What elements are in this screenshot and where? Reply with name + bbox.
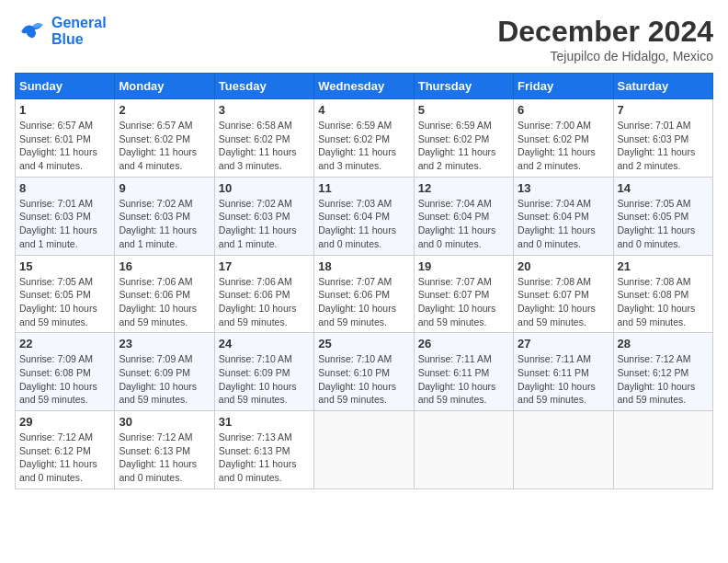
- day-info: Sunrise: 7:03 AM Sunset: 6:04 PM Dayligh…: [318, 197, 409, 251]
- table-row: 24 Sunrise: 7:10 AM Sunset: 6:09 PM Dayl…: [214, 333, 313, 411]
- table-row: 28 Sunrise: 7:12 AM Sunset: 6:12 PM Dayl…: [613, 333, 712, 411]
- day-number: 17: [219, 259, 310, 273]
- day-info: Sunrise: 6:58 AM Sunset: 6:02 PM Dayligh…: [219, 119, 310, 173]
- day-number: 26: [418, 337, 509, 350]
- table-row: 27 Sunrise: 7:11 AM Sunset: 6:11 PM Dayl…: [514, 333, 613, 411]
- day-info: Sunrise: 7:06 AM Sunset: 6:06 PM Dayligh…: [219, 275, 310, 329]
- logo: General Blue: [15, 15, 107, 48]
- header-wednesday: Wednesday: [314, 74, 414, 99]
- day-number: 31: [219, 415, 310, 429]
- day-info: Sunrise: 7:10 AM Sunset: 6:09 PM Dayligh…: [219, 352, 310, 407]
- day-info: Sunrise: 7:11 AM Sunset: 6:11 PM Dayligh…: [418, 352, 509, 407]
- day-info: Sunrise: 7:13 AM Sunset: 6:13 PM Dayligh…: [219, 431, 310, 485]
- logo-icon: [15, 15, 48, 48]
- day-number: 16: [119, 259, 210, 273]
- calendar-week-row: 29 Sunrise: 7:12 AM Sunset: 6:12 PM Dayl…: [16, 411, 713, 489]
- table-row: 17 Sunrise: 7:06 AM Sunset: 6:06 PM Dayl…: [214, 255, 313, 333]
- day-number: 15: [19, 259, 110, 273]
- day-info: Sunrise: 7:04 AM Sunset: 6:04 PM Dayligh…: [518, 197, 609, 251]
- day-info: Sunrise: 6:59 AM Sunset: 6:02 PM Dayligh…: [418, 119, 509, 173]
- day-info: Sunrise: 7:06 AM Sunset: 6:06 PM Dayligh…: [119, 275, 210, 329]
- header-monday: Monday: [115, 74, 214, 99]
- table-row: 26 Sunrise: 7:11 AM Sunset: 6:11 PM Dayl…: [414, 333, 513, 411]
- table-row: 16 Sunrise: 7:06 AM Sunset: 6:06 PM Dayl…: [115, 255, 214, 333]
- table-row: 14 Sunrise: 7:05 AM Sunset: 6:05 PM Dayl…: [613, 177, 712, 255]
- day-number: 14: [618, 181, 709, 195]
- day-number: 12: [418, 181, 509, 195]
- calendar-header-row: Sunday Monday Tuesday Wednesday Thursday…: [16, 74, 713, 99]
- day-info: Sunrise: 7:10 AM Sunset: 6:10 PM Dayligh…: [318, 352, 409, 407]
- day-info: Sunrise: 7:05 AM Sunset: 6:05 PM Dayligh…: [19, 275, 110, 329]
- table-row: 21 Sunrise: 7:08 AM Sunset: 6:08 PM Dayl…: [613, 255, 712, 333]
- day-number: 24: [219, 337, 310, 350]
- table-row: 4 Sunrise: 6:59 AM Sunset: 6:02 PM Dayli…: [314, 99, 414, 178]
- table-row: 7 Sunrise: 7:01 AM Sunset: 6:03 PM Dayli…: [613, 99, 712, 178]
- day-number: 28: [618, 337, 709, 350]
- table-row: 10 Sunrise: 7:02 AM Sunset: 6:03 PM Dayl…: [214, 177, 313, 255]
- day-number: 20: [518, 259, 609, 273]
- day-number: 1: [19, 103, 110, 117]
- day-info: Sunrise: 7:11 AM Sunset: 6:11 PM Dayligh…: [518, 352, 609, 407]
- table-row: 20 Sunrise: 7:08 AM Sunset: 6:07 PM Dayl…: [514, 255, 613, 333]
- day-info: Sunrise: 7:08 AM Sunset: 6:08 PM Dayligh…: [618, 275, 709, 329]
- day-info: Sunrise: 7:08 AM Sunset: 6:07 PM Dayligh…: [518, 275, 609, 329]
- day-number: 6: [518, 103, 609, 117]
- day-info: Sunrise: 7:05 AM Sunset: 6:05 PM Dayligh…: [618, 197, 709, 251]
- day-number: 10: [219, 181, 310, 195]
- day-number: 7: [618, 103, 709, 117]
- day-info: Sunrise: 7:00 AM Sunset: 6:02 PM Dayligh…: [518, 119, 609, 173]
- day-number: 27: [518, 337, 609, 350]
- day-info: Sunrise: 7:12 AM Sunset: 6:12 PM Dayligh…: [19, 431, 110, 485]
- calendar-week-row: 22 Sunrise: 7:09 AM Sunset: 6:08 PM Dayl…: [16, 333, 713, 411]
- day-number: 8: [19, 181, 110, 195]
- table-row: 11 Sunrise: 7:03 AM Sunset: 6:04 PM Dayl…: [314, 177, 414, 255]
- table-row: 29 Sunrise: 7:12 AM Sunset: 6:12 PM Dayl…: [16, 411, 115, 489]
- table-row: 22 Sunrise: 7:09 AM Sunset: 6:08 PM Dayl…: [16, 333, 115, 411]
- day-info: Sunrise: 7:09 AM Sunset: 6:09 PM Dayligh…: [119, 352, 210, 407]
- day-number: 21: [618, 259, 709, 273]
- day-info: Sunrise: 6:59 AM Sunset: 6:02 PM Dayligh…: [318, 119, 409, 173]
- day-number: 5: [418, 103, 509, 117]
- header-tuesday: Tuesday: [214, 74, 313, 99]
- table-row: 1 Sunrise: 6:57 AM Sunset: 6:01 PM Dayli…: [16, 99, 115, 178]
- table-row: 9 Sunrise: 7:02 AM Sunset: 6:03 PM Dayli…: [115, 177, 214, 255]
- day-number: 2: [119, 103, 210, 117]
- day-info: Sunrise: 7:09 AM Sunset: 6:08 PM Dayligh…: [19, 352, 110, 407]
- table-row: 23 Sunrise: 7:09 AM Sunset: 6:09 PM Dayl…: [115, 333, 214, 411]
- table-row: [514, 411, 613, 489]
- day-number: 11: [318, 181, 409, 195]
- table-row: [613, 411, 712, 489]
- table-row: 12 Sunrise: 7:04 AM Sunset: 6:04 PM Dayl…: [414, 177, 513, 255]
- table-row: 5 Sunrise: 6:59 AM Sunset: 6:02 PM Dayli…: [414, 99, 513, 178]
- day-info: Sunrise: 7:04 AM Sunset: 6:04 PM Dayligh…: [418, 197, 509, 251]
- day-number: 23: [119, 337, 210, 350]
- day-number: 22: [19, 337, 110, 350]
- day-info: Sunrise: 7:01 AM Sunset: 6:03 PM Dayligh…: [618, 119, 709, 173]
- day-number: 3: [219, 103, 310, 117]
- table-row: 25 Sunrise: 7:10 AM Sunset: 6:10 PM Dayl…: [314, 333, 414, 411]
- day-number: 29: [19, 415, 110, 429]
- table-row: 6 Sunrise: 7:00 AM Sunset: 6:02 PM Dayli…: [514, 99, 613, 178]
- calendar-table: Sunday Monday Tuesday Wednesday Thursday…: [15, 73, 713, 489]
- day-info: Sunrise: 7:07 AM Sunset: 6:06 PM Dayligh…: [318, 275, 409, 329]
- calendar-week-row: 8 Sunrise: 7:01 AM Sunset: 6:03 PM Dayli…: [16, 177, 713, 255]
- table-row: 2 Sunrise: 6:57 AM Sunset: 6:02 PM Dayli…: [115, 99, 214, 178]
- day-info: Sunrise: 7:02 AM Sunset: 6:03 PM Dayligh…: [219, 197, 310, 251]
- table-row: 13 Sunrise: 7:04 AM Sunset: 6:04 PM Dayl…: [514, 177, 613, 255]
- day-number: 13: [518, 181, 609, 195]
- calendar-week-row: 1 Sunrise: 6:57 AM Sunset: 6:01 PM Dayli…: [16, 99, 713, 178]
- day-info: Sunrise: 7:07 AM Sunset: 6:07 PM Dayligh…: [418, 275, 509, 329]
- day-number: 4: [318, 103, 409, 117]
- calendar-week-row: 15 Sunrise: 7:05 AM Sunset: 6:05 PM Dayl…: [16, 255, 713, 333]
- day-number: 30: [119, 415, 210, 429]
- day-number: 18: [318, 259, 409, 273]
- table-row: 18 Sunrise: 7:07 AM Sunset: 6:06 PM Dayl…: [314, 255, 414, 333]
- day-number: 19: [418, 259, 509, 273]
- header-thursday: Thursday: [414, 74, 513, 99]
- page-header: General Blue December 2024 Tejupilco de …: [15, 15, 713, 63]
- day-info: Sunrise: 7:01 AM Sunset: 6:03 PM Dayligh…: [19, 197, 110, 251]
- day-info: Sunrise: 7:12 AM Sunset: 6:12 PM Dayligh…: [618, 352, 709, 407]
- table-row: 3 Sunrise: 6:58 AM Sunset: 6:02 PM Dayli…: [214, 99, 313, 178]
- table-row: 31 Sunrise: 7:13 AM Sunset: 6:13 PM Dayl…: [214, 411, 313, 489]
- day-info: Sunrise: 6:57 AM Sunset: 6:01 PM Dayligh…: [19, 119, 110, 173]
